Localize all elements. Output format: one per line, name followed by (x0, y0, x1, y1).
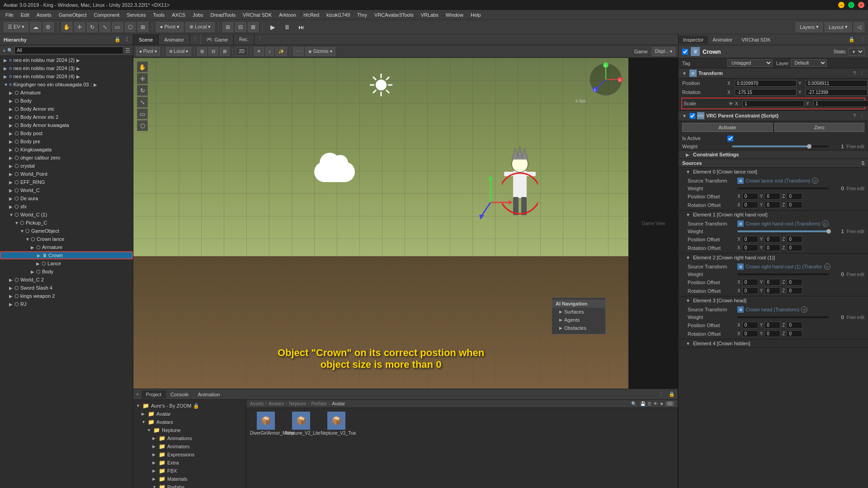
project-star-btn[interactable]: ★ (660, 401, 664, 406)
scale-visibility-btn[interactable]: 👁 (729, 101, 733, 106)
hier-worldc2[interactable]: ▶ ⬡ World_C 2 (0, 276, 133, 284)
menu-window[interactable]: Window (442, 11, 467, 19)
hier-pickupc[interactable]: ▼ ⬡ Pickup_C (0, 219, 133, 227)
collapse-inspector-btn[interactable]: ◁ (854, 22, 864, 32)
free-edit-btn-1[interactable]: Free edit (847, 229, 864, 234)
scale-tool-btn[interactable]: ⤡ (99, 22, 110, 32)
layers-btn[interactable]: Layers ▾ (796, 22, 823, 32)
scale-x-input[interactable] (742, 100, 804, 107)
rotation-y-input[interactable] (806, 89, 868, 96)
weight-thumb[interactable] (826, 229, 831, 234)
add-project-btn[interactable]: + (133, 390, 142, 398)
menu-assets[interactable]: Assets (33, 11, 55, 19)
scale-y-input[interactable] (813, 100, 868, 107)
pos-z-input[interactable] (787, 236, 802, 243)
tab-console[interactable]: Console (166, 390, 193, 399)
pos-y-input[interactable] (764, 279, 780, 286)
element-0-header[interactable]: ▼ Element 0 [Crown lance root] (679, 168, 868, 176)
asset-neptune-lite[interactable]: 📦 Neptune_V2_Lite (285, 412, 317, 484)
hier-armature[interactable]: ▶ ⬡ Armature (0, 89, 133, 97)
proj-item-avatars[interactable]: ▼ 📁 Avatars (133, 418, 246, 426)
pos-x-input[interactable] (742, 279, 758, 286)
menu-services[interactable]: Services (123, 11, 149, 19)
proj-item-aure[interactable]: ▼ 📁 Aure's - By ZOOM 🔒 (133, 402, 246, 410)
hier-crownlance[interactable]: ▼ ⬡ Crown lance (0, 235, 133, 243)
step-btn[interactable]: ⏭ (295, 21, 308, 33)
hier-worldc1[interactable]: ▼ ⬡ World_C (1) (0, 211, 133, 219)
pan-tool-btn[interactable]: ✋ (137, 61, 148, 72)
add-btn[interactable]: + (3, 48, 5, 53)
free-edit-btn-2[interactable]: Free edit (847, 272, 864, 277)
hier-item-scene1[interactable]: ▶ ≡ neo ein nobbu mar 2024 (2) ▶ (0, 56, 133, 64)
rot-x-input[interactable] (742, 244, 758, 251)
element-3-header[interactable]: ▼ Element 3 [Crown head] (679, 296, 868, 305)
rotate-tool-btn[interactable]: ↻ (87, 22, 98, 32)
hierarchy-filter-btn[interactable]: ☰ (125, 47, 130, 54)
element-4-header[interactable]: ▼ Element 4 [Crown hidden] (679, 339, 868, 347)
zero-btn[interactable]: Zero (774, 123, 865, 132)
fx-btn[interactable]: ✨ (275, 47, 287, 56)
element-2-header[interactable]: ▼ Element 2 [Crown right hand root (1)] (679, 253, 868, 262)
hier-more-btn[interactable]: ▶ (76, 74, 80, 79)
layer-dropdown[interactable]: Default (791, 59, 827, 67)
transform-more[interactable]: ⋮ (859, 70, 864, 76)
grid-btn1[interactable]: ⊞ (222, 22, 233, 32)
2d-btn[interactable]: 2D (236, 47, 248, 56)
weight-slider-0[interactable] (737, 188, 829, 189)
tab-animator-insp[interactable]: Animator (708, 36, 737, 44)
proj-item-neptune[interactable]: ▼ 📁 Neptune (133, 426, 246, 434)
hier-item-scene3[interactable]: ▶ ≡ neo ein nobbu mar 2024 (4) ▶ (0, 72, 133, 80)
hier-swordslash[interactable]: ▶ ⬡ Sword Slash 4 (0, 284, 133, 292)
pause-btn[interactable]: ⏸ (281, 21, 293, 33)
rot-x-input[interactable] (742, 202, 758, 208)
proj-item-fbx[interactable]: ▶ 📁 FBX (133, 467, 246, 475)
view-gizmo[interactable]: X Y Z (588, 61, 624, 98)
local-vp-btn[interactable]: ⊕ Local ▾ (166, 47, 191, 56)
grid-snap-btn[interactable]: ⊞ (197, 47, 207, 56)
constraint-more[interactable]: ⋮ (859, 113, 864, 119)
scale-scene-btn[interactable]: ⤡ (137, 97, 148, 108)
proj-item-expressions[interactable]: ▶ 📁 Expressions (133, 450, 246, 459)
hierarchy-menu-btn[interactable]: ⋮ (124, 37, 129, 42)
menu-hfcred[interactable]: hfcRed (300, 11, 323, 19)
project-filter-btn[interactable]: ☰ (647, 401, 651, 406)
rot-x-input[interactable] (742, 287, 758, 294)
tab-vrchat-sdk[interactable]: VRChat SDK (737, 36, 775, 44)
hierarchy-lock-btn[interactable]: 🔒 (114, 37, 121, 42)
layout-btn[interactable]: Layout ▾ (825, 22, 852, 32)
inspector-menu-btn[interactable]: ⋮ (858, 35, 868, 44)
maximize-btn[interactable]: □ (848, 2, 854, 8)
vrc-constraint-section-header[interactable]: ▼ VRC VRC Parent Constraint (Script) ? ⋮ (679, 110, 868, 121)
display-btn[interactable]: Displ... ▾ (652, 47, 675, 56)
vertex-snap-btn[interactable]: ⊟ (208, 47, 218, 56)
weight-slider-3[interactable] (737, 316, 829, 318)
hier-gameobject[interactable]: ▼ ⬡ GameObject (0, 227, 133, 235)
pos-z-input[interactable] (787, 279, 802, 286)
grid-btn2[interactable]: ⊟ (235, 22, 246, 32)
proj-item-animators[interactable]: ▶ 📁 Animators (133, 442, 246, 450)
weight-slider[interactable] (732, 145, 829, 147)
project-save-btn[interactable]: 💾 (640, 401, 646, 406)
asset-neptune-transformable[interactable]: 📦 Neptune_V2_Transformable (321, 412, 352, 484)
pivot-vp-btn[interactable]: ● Pivot ▾ (136, 47, 160, 56)
minimize-btn[interactable]: — (838, 2, 844, 8)
menu-component[interactable]: Component (90, 11, 123, 19)
scene-menu-btn[interactable]: ⋮ (190, 34, 200, 45)
source-picker-btn[interactable]: ◎ (801, 306, 807, 313)
weight-slider-2[interactable] (737, 273, 829, 275)
weight-slider-1[interactable] (737, 230, 829, 232)
rot-z-input[interactable] (787, 244, 802, 251)
transform-help[interactable]: ? (853, 70, 856, 76)
pos-x-input[interactable] (742, 236, 758, 243)
free-edit-btn-3[interactable]: Free edit (847, 315, 864, 320)
asset-divergirl[interactable]: 📦 DiverGirlArmor_Mishe (250, 412, 282, 484)
tab-animation[interactable]: Animation (193, 390, 224, 399)
constraint-enabled-checkbox[interactable] (689, 113, 695, 119)
hier-body[interactable]: ▶ ⬡ Body (0, 97, 133, 105)
rect-tool-btn[interactable]: ▭ (112, 22, 123, 32)
proj-item-avatar[interactable]: ▶ 📁 Avatar (133, 410, 246, 418)
ai-nav-surfaces[interactable]: ▶ Surfaces (552, 308, 605, 316)
rotation-x-input[interactable] (735, 89, 797, 96)
tab-game[interactable]: 🎮Game (201, 34, 234, 45)
tab-animator[interactable]: Animator (159, 34, 190, 45)
